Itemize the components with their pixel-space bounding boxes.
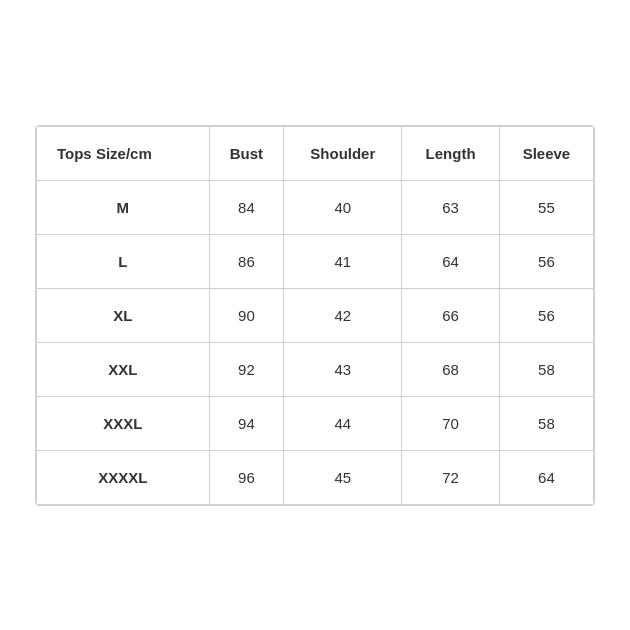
col-header-shoulder: Shoulder <box>284 126 402 180</box>
cell-r1-c0: L <box>37 234 210 288</box>
cell-r4-c3: 70 <box>402 396 499 450</box>
col-header-length: Length <box>402 126 499 180</box>
cell-r2-c3: 66 <box>402 288 499 342</box>
cell-r0-c3: 63 <box>402 180 499 234</box>
cell-r2-c0: XL <box>37 288 210 342</box>
cell-r0-c4: 55 <box>499 180 593 234</box>
table-row: M84406355 <box>37 180 594 234</box>
cell-r2-c2: 42 <box>284 288 402 342</box>
cell-r5-c3: 72 <box>402 450 499 504</box>
cell-r0-c1: 84 <box>209 180 284 234</box>
cell-r1-c1: 86 <box>209 234 284 288</box>
cell-r4-c1: 94 <box>209 396 284 450</box>
cell-r1-c4: 56 <box>499 234 593 288</box>
size-chart-table: Tops Size/cm Bust Shoulder Length Sleeve… <box>36 126 594 505</box>
cell-r5-c4: 64 <box>499 450 593 504</box>
table-row: L86416456 <box>37 234 594 288</box>
cell-r4-c2: 44 <box>284 396 402 450</box>
col-header-sleeve: Sleeve <box>499 126 593 180</box>
table-row: XXXL94447058 <box>37 396 594 450</box>
cell-r5-c1: 96 <box>209 450 284 504</box>
cell-r5-c2: 45 <box>284 450 402 504</box>
cell-r3-c3: 68 <box>402 342 499 396</box>
cell-r3-c0: XXL <box>37 342 210 396</box>
cell-r0-c0: M <box>37 180 210 234</box>
cell-r2-c1: 90 <box>209 288 284 342</box>
table-header-row: Tops Size/cm Bust Shoulder Length Sleeve <box>37 126 594 180</box>
cell-r3-c1: 92 <box>209 342 284 396</box>
cell-r1-c3: 64 <box>402 234 499 288</box>
table-row: XL90426656 <box>37 288 594 342</box>
cell-r1-c2: 41 <box>284 234 402 288</box>
table-row: XXL92436858 <box>37 342 594 396</box>
cell-r5-c0: XXXXL <box>37 450 210 504</box>
cell-r2-c4: 56 <box>499 288 593 342</box>
cell-r4-c0: XXXL <box>37 396 210 450</box>
cell-r0-c2: 40 <box>284 180 402 234</box>
cell-r3-c4: 58 <box>499 342 593 396</box>
cell-r4-c4: 58 <box>499 396 593 450</box>
cell-r3-c2: 43 <box>284 342 402 396</box>
col-header-bust: Bust <box>209 126 284 180</box>
table-row: XXXXL96457264 <box>37 450 594 504</box>
size-chart-container: Tops Size/cm Bust Shoulder Length Sleeve… <box>35 125 595 506</box>
col-header-size: Tops Size/cm <box>37 126 210 180</box>
